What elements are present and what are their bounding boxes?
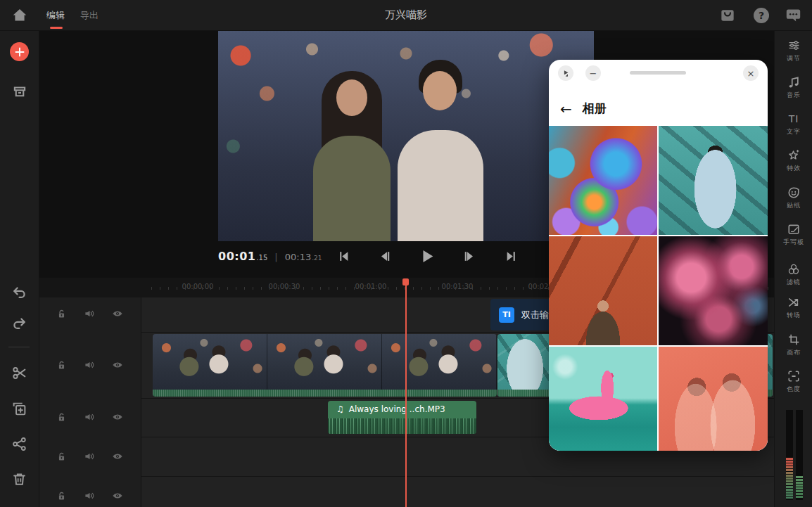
panel-drag-handle[interactable] bbox=[630, 71, 686, 75]
figure-body bbox=[313, 136, 391, 241]
app-title: 万兴喵影 bbox=[0, 0, 812, 30]
album-photo-grid bbox=[549, 126, 768, 451]
store-button[interactable] bbox=[719, 6, 737, 25]
mute-icon[interactable] bbox=[84, 451, 95, 462]
tool-chroma[interactable]: 色度 bbox=[775, 369, 812, 394]
clip-thumbnail bbox=[382, 334, 497, 397]
tool-label: 滤镜 bbox=[775, 278, 812, 287]
tool-text[interactable]: TI 文字 bbox=[775, 112, 812, 136]
audio-clip[interactable]: ♫ Always loving ..ch.MP3 bbox=[328, 401, 476, 434]
skip-to-start-button[interactable] bbox=[336, 248, 351, 264]
skip-to-end-button[interactable] bbox=[503, 248, 519, 264]
visibility-icon[interactable] bbox=[112, 490, 123, 501]
album-panel: − × ← 相册 bbox=[549, 60, 768, 451]
tool-handwriting[interactable]: 手写板 bbox=[775, 222, 812, 247]
tool-label: 特效 bbox=[775, 164, 812, 173]
audio-level-meter-left bbox=[786, 410, 793, 500]
person-figure-left bbox=[310, 30, 394, 241]
tool-label: 音乐 bbox=[775, 91, 812, 100]
meter-level bbox=[786, 458, 793, 499]
audio-level-meter-right bbox=[796, 410, 803, 500]
track-controls-video bbox=[39, 359, 141, 371]
time-separator: | bbox=[274, 252, 277, 262]
play-button[interactable] bbox=[419, 248, 435, 264]
delete-button[interactable] bbox=[0, 472, 39, 487]
lock-icon[interactable] bbox=[56, 491, 67, 501]
album-photo-red-wall-woman[interactable] bbox=[549, 236, 657, 345]
visibility-icon[interactable] bbox=[112, 451, 123, 462]
back-button[interactable]: ← bbox=[560, 102, 572, 116]
filters-icon bbox=[787, 263, 800, 276]
playhead-line[interactable] bbox=[405, 284, 407, 507]
dock-panel-button[interactable] bbox=[558, 65, 573, 81]
share-button[interactable] bbox=[0, 437, 39, 451]
toolbar-divider bbox=[8, 347, 30, 347]
video-preview[interactable] bbox=[218, 30, 594, 241]
media-library-button[interactable] bbox=[0, 84, 39, 98]
tool-stickers[interactable]: 贴纸 bbox=[775, 186, 812, 210]
next-frame-button[interactable] bbox=[462, 248, 477, 264]
minus-icon: − bbox=[590, 69, 597, 78]
skip-start-icon bbox=[338, 250, 350, 262]
duplicate-button[interactable] bbox=[0, 402, 39, 416]
chroma-key-icon bbox=[787, 370, 800, 383]
clip-thumbnail bbox=[267, 334, 382, 397]
archive-box-icon bbox=[13, 84, 27, 98]
visibility-icon[interactable] bbox=[112, 359, 123, 371]
album-photo-couple-selected[interactable] bbox=[659, 347, 768, 451]
redo-button[interactable] bbox=[0, 316, 39, 330]
tool-filters[interactable]: 滤镜 bbox=[775, 262, 812, 287]
minimize-panel-button[interactable]: − bbox=[585, 65, 601, 81]
tool-music[interactable]: 音乐 bbox=[775, 75, 812, 100]
mute-icon[interactable] bbox=[84, 359, 95, 371]
app-window: 编辑 导出 万兴喵影 ? bbox=[0, 0, 812, 507]
tool-label: 贴纸 bbox=[775, 201, 812, 210]
video-clip-1[interactable] bbox=[153, 334, 497, 397]
lock-icon[interactable] bbox=[56, 309, 67, 319]
help-button[interactable]: ? bbox=[754, 8, 769, 23]
sliders-icon bbox=[787, 39, 801, 51]
total-frames: .21 bbox=[312, 255, 322, 262]
clip-thumbnail bbox=[153, 334, 267, 397]
album-photo-bubbles[interactable] bbox=[549, 126, 657, 235]
album-photo-graffiti-man[interactable] bbox=[659, 126, 768, 235]
panel-controls: − × bbox=[549, 60, 768, 91]
tool-transitions[interactable]: 转场 bbox=[775, 295, 812, 320]
music-note-icon bbox=[787, 76, 800, 89]
album-photo-pink-ink[interactable] bbox=[659, 236, 768, 345]
album-photo-flamingo-float[interactable] bbox=[549, 347, 657, 451]
clip-audio-waveform-strip bbox=[153, 390, 497, 397]
visibility-icon[interactable] bbox=[112, 411, 123, 423]
tool-label: 画布 bbox=[775, 348, 812, 357]
mute-icon[interactable] bbox=[84, 490, 95, 501]
next-frame-icon bbox=[463, 250, 475, 262]
lock-icon[interactable] bbox=[56, 412, 67, 423]
tool-label: 色度 bbox=[775, 385, 812, 394]
tool-canvas[interactable]: 画布 bbox=[775, 333, 812, 357]
add-media-button[interactable] bbox=[0, 42, 39, 61]
undo-button[interactable] bbox=[0, 285, 39, 300]
previous-frame-button[interactable] bbox=[378, 248, 393, 264]
split-button[interactable] bbox=[0, 366, 39, 380]
tool-label: 调节 bbox=[775, 54, 812, 63]
track-controls-4 bbox=[39, 451, 141, 462]
visibility-icon[interactable] bbox=[112, 308, 123, 319]
prev-frame-icon bbox=[379, 250, 391, 262]
mute-icon[interactable] bbox=[84, 308, 95, 319]
text-tool-icon: TI bbox=[789, 113, 799, 124]
sticker-smiley-icon bbox=[787, 186, 800, 199]
top-bar: 编辑 导出 万兴喵影 ? bbox=[0, 0, 812, 31]
text-clip-badge: TI bbox=[499, 307, 514, 323]
mute-icon[interactable] bbox=[84, 411, 95, 423]
tool-effects[interactable]: 特效 bbox=[775, 148, 812, 173]
close-panel-button[interactable]: × bbox=[743, 65, 759, 81]
track-controls-5 bbox=[39, 490, 141, 501]
writing-pad-icon bbox=[787, 223, 800, 236]
crop-icon bbox=[787, 333, 800, 346]
tool-adjust[interactable]: 调节 bbox=[775, 39, 812, 63]
copy-plus-icon bbox=[12, 402, 27, 416]
lock-icon[interactable] bbox=[56, 451, 67, 462]
redo-icon bbox=[12, 316, 27, 330]
feedback-button[interactable] bbox=[785, 7, 804, 25]
lock-icon[interactable] bbox=[56, 360, 67, 371]
